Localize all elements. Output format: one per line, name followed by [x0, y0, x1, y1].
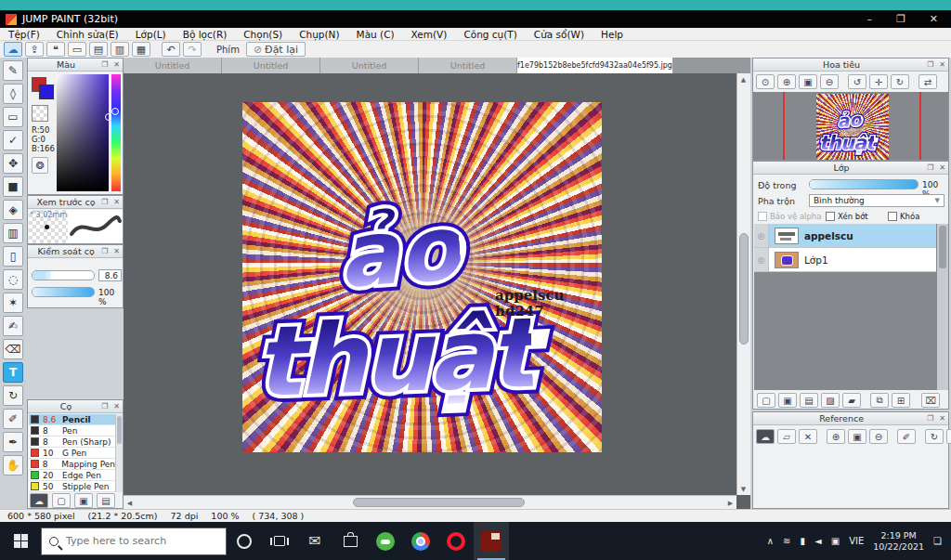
document-tab[interactable]: Untitled	[222, 58, 320, 73]
clock[interactable]: 2:19 PM 10/22/2021	[873, 530, 924, 553]
layer-row[interactable]: ◎ Lớp1	[754, 248, 936, 272]
flip-horizontal-icon[interactable]: ⇄	[918, 74, 937, 89]
menu-mau[interactable]: Màu (C)	[348, 29, 403, 40]
horizontal-scroll-thumb[interactable]	[353, 498, 525, 507]
fit-window-icon[interactable]: ▣	[799, 74, 817, 89]
zoom-out-icon[interactable]: ⊖	[820, 74, 839, 89]
delete-layer-icon[interactable]: ⌧	[921, 393, 940, 408]
canvas-viewport[interactable]: ảo ảo ảo thuật thuật thuật appelscu hd24…	[124, 73, 736, 495]
hue-marker[interactable]	[111, 108, 119, 115]
brush-row[interactable]: 50 Stipple Pen	[29, 481, 115, 492]
popout-icon[interactable]: ❐	[98, 247, 111, 255]
ref-fit-width-icon[interactable]: ⇔	[946, 429, 951, 444]
horizontal-scrollbar[interactable]: ◀ ▶	[124, 495, 736, 509]
palette-icon[interactable]: ❂	[32, 157, 48, 174]
document-tab[interactable]: Untitled	[419, 58, 517, 73]
eraser-tool-icon[interactable]: ◊	[3, 84, 23, 104]
close-icon[interactable]: ✕	[111, 247, 123, 255]
comment-icon[interactable]: ❝	[46, 42, 65, 57]
ref-fit-icon[interactable]: ▣	[848, 429, 866, 444]
monitor-icon[interactable]: ▭	[68, 42, 86, 57]
new-layer-alpha-icon[interactable]: ▣	[778, 393, 797, 408]
bucket-fill-tool-icon[interactable]: ◈	[3, 200, 23, 220]
ref-zoom-in-icon[interactable]: ⊕	[827, 429, 845, 444]
layer-list-scrollbar[interactable]	[937, 224, 948, 390]
menu-chup[interactable]: Chụp(N)	[291, 29, 347, 40]
menu-xem[interactable]: Xem(V)	[403, 29, 456, 40]
menu-help[interactable]: Help	[593, 29, 632, 40]
menu-lop[interactable]: Lớp(L)	[127, 29, 175, 40]
reset-rotation-icon[interactable]: ✛	[869, 74, 888, 89]
popout-icon[interactable]: ❐	[924, 60, 936, 69]
new-folder-icon[interactable]: ▰	[842, 393, 861, 408]
minimize-button[interactable]: –	[866, 13, 872, 25]
select-lasso-tool-icon[interactable]: ◌	[3, 269, 23, 290]
merge-layer-icon[interactable]: ⊞	[892, 393, 910, 408]
open-folder-icon[interactable]: ▱	[777, 429, 796, 444]
shape-tool-icon[interactable]: ▭	[3, 107, 23, 127]
brush-row[interactable]: 10 G Pen	[29, 448, 115, 459]
eye-icon[interactable]: ◎	[754, 224, 769, 247]
close-icon[interactable]: ✕	[936, 163, 948, 172]
document-tab[interactable]: Untitled	[320, 58, 419, 73]
close-icon[interactable]: ✕	[111, 198, 123, 206]
notification-icon[interactable]: ❏	[933, 536, 942, 546]
chrome-button[interactable]	[403, 522, 438, 560]
ref-edit-pen-icon[interactable]: ✐	[897, 429, 916, 444]
menu-cong-cu[interactable]: Công cụ(T)	[455, 29, 525, 40]
hand-tool-icon[interactable]: ✋	[3, 455, 23, 475]
new-layer-icon[interactable]: ▢	[757, 393, 775, 408]
new-layer-1bit-icon[interactable]: ▤	[800, 393, 818, 408]
text-tool-icon[interactable]: T	[3, 362, 23, 383]
canvas-image[interactable]: ảo ảo ảo thuật thuật thuật appelscu hd24…	[242, 102, 602, 452]
eye-icon[interactable]: ◎	[754, 248, 769, 271]
close-icon[interactable]: ✕	[111, 60, 123, 69]
line-pen-tool-icon[interactable]: ✒	[3, 432, 23, 452]
chevron-up-icon[interactable]: ∧	[767, 536, 774, 546]
brush-size-value[interactable]: 8.6	[98, 269, 122, 281]
coccoc-button[interactable]	[368, 522, 403, 560]
blend-mode-dropdown[interactable]: Bình thường ▼	[809, 194, 944, 207]
rotate-right-icon[interactable]: ↻	[891, 74, 909, 89]
tone-tool-icon[interactable]: ■	[3, 176, 23, 197]
jump-paint-button[interactable]	[474, 522, 509, 560]
undo-button[interactable]: ↶	[162, 42, 180, 57]
menu-bo-loc[interactable]: Bộ lọc(R)	[175, 29, 236, 40]
maximize-button[interactable]: ❐	[896, 13, 905, 25]
document-icon[interactable]: ▤	[89, 42, 108, 57]
vertical-scrollbar[interactable]: ▲ ▼	[736, 73, 750, 495]
ref-rotate-icon[interactable]: ↻	[925, 429, 944, 444]
move-tool-icon[interactable]: ✥	[3, 153, 23, 174]
ref-zoom-out-icon[interactable]: ⊖	[869, 429, 888, 444]
document-tab[interactable]: Untitled	[124, 58, 222, 73]
reset-button[interactable]: ⊘ Đặt lại	[246, 42, 306, 57]
gradient-tool-icon[interactable]: ▥	[3, 223, 23, 243]
navigator-thumbnail[interactable]: ảo ảo ảo thuật thuật thuật	[816, 94, 889, 160]
export-icon[interactable]: ⇪	[25, 42, 44, 57]
store-button[interactable]	[332, 522, 368, 560]
document-tab-active[interactable]: f1e79b152b8ebe5fcfd9432aa04e5f95.jpg	[517, 58, 673, 73]
popout-icon[interactable]: ❐	[924, 414, 936, 423]
script-brush-icon[interactable]: ▤	[97, 493, 115, 508]
close-icon[interactable]: ✕	[936, 60, 948, 69]
upload-brush-icon[interactable]: ☁	[30, 493, 48, 508]
popout-icon[interactable]: ❐	[924, 163, 936, 172]
close-icon[interactable]: ✕	[111, 402, 123, 410]
brush-row[interactable]: 8.6 Pencil	[29, 414, 115, 425]
select-pen-tool-icon[interactable]: ✍	[3, 316, 23, 336]
popout-icon[interactable]: ❐	[98, 60, 111, 69]
new-halftone-layer-icon[interactable]: ▨	[821, 393, 840, 408]
rotate-left-icon[interactable]: ↺	[848, 74, 866, 89]
layer-opacity-slider[interactable]	[809, 179, 918, 189]
saturation-value-square[interactable]	[57, 74, 109, 191]
cortana-button[interactable]	[227, 522, 262, 560]
tray-app-icon[interactable]: ▣	[831, 536, 840, 546]
start-button[interactable]	[0, 522, 41, 560]
duplicate-layer-icon[interactable]: ⧉	[870, 393, 889, 408]
search-input[interactable]	[66, 535, 218, 547]
close-reference-icon[interactable]: ✕	[799, 429, 817, 444]
close-icon[interactable]: ✕	[936, 414, 948, 423]
alpha-protect-checkbox[interactable]: Bảo vệ alpha	[758, 212, 821, 221]
cloud-icon[interactable]: ☁	[4, 42, 22, 57]
layout-list-icon[interactable]: ▥	[111, 42, 129, 57]
